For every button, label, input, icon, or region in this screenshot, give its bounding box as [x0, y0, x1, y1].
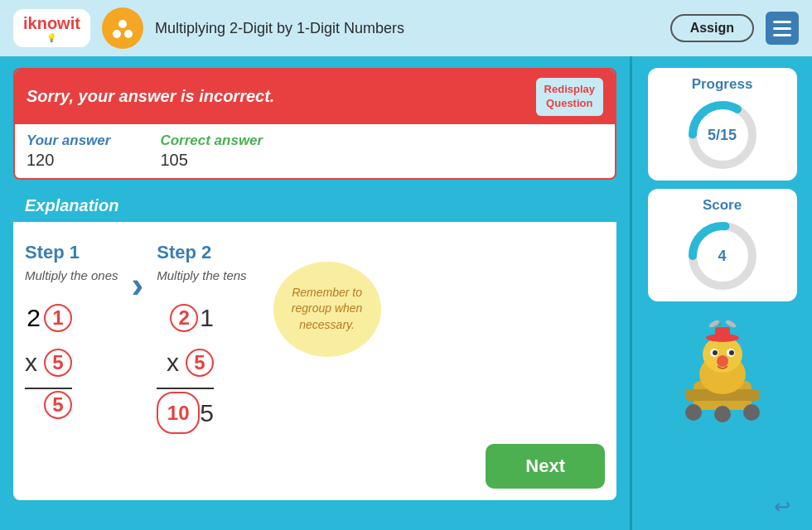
steps-area: Step 1 Multiply the ones 21 x5 5	[13, 222, 616, 500]
logo: iknowit 💡	[13, 9, 90, 47]
next-button[interactable]: Next	[486, 444, 605, 489]
steps-container: Step 1 Multiply the ones 21 x5 5	[25, 242, 605, 436]
progress-label: 5/15	[708, 127, 737, 144]
content-area: Sorry, your answer is incorrect. Redispl…	[0, 56, 630, 530]
step2-title: Step 2	[157, 242, 211, 263]
progress-donut: 5/15	[685, 98, 760, 172]
step1-subtitle: Multiply the ones	[25, 268, 118, 282]
sidebar: Progress 5/15 Score 4	[630, 56, 812, 530]
svg-point-1	[113, 30, 121, 38]
hamburger-line1	[773, 21, 791, 23]
mascot-area	[677, 315, 768, 426]
score-card: Score 4	[648, 189, 797, 301]
correct-answer-value: 105	[160, 151, 263, 170]
svg-rect-16	[718, 323, 722, 326]
step1-math: 21 x5 5	[25, 296, 72, 419]
step2-subtitle: Multiply the tens	[157, 268, 246, 282]
your-answer-label: Your answer	[27, 132, 110, 149]
your-answer-value: 120	[27, 151, 110, 170]
svg-point-10	[743, 404, 760, 421]
reminder-bubble: Remember to regroup when necessary.	[273, 262, 381, 357]
your-answer-col: Your answer 120	[27, 132, 110, 170]
hamburger-line2	[773, 27, 791, 30]
header: iknowit 💡 Multiplying 2-Digit by 1-Digit…	[0, 0, 812, 56]
step1-title: Step 1	[25, 242, 80, 263]
feedback-bar: Sorry, your answer is incorrect. Redispl…	[15, 70, 615, 124]
svg-point-21	[713, 350, 718, 355]
subject-icon	[102, 7, 143, 49]
logo-text: iknowit	[23, 14, 80, 32]
progress-title: Progress	[656, 76, 789, 93]
mascot-svg	[677, 315, 768, 422]
step2-math: 21 x5 105	[157, 296, 214, 436]
menu-button[interactable]	[766, 12, 799, 45]
svg-point-23	[717, 355, 728, 367]
incorrect-message: Sorry, your answer is incorrect.	[27, 87, 528, 106]
step1-block: Step 1 Multiply the ones 21 x5 5	[25, 242, 118, 419]
progress-card: Progress 5/15	[648, 68, 797, 181]
hamburger-line3	[773, 34, 791, 36]
svg-point-0	[118, 20, 127, 28]
step-arrow: ›	[132, 242, 144, 303]
svg-point-2	[124, 30, 133, 38]
assign-button[interactable]: Assign	[670, 14, 754, 42]
svg-rect-15	[715, 327, 730, 339]
svg-point-22	[729, 350, 734, 355]
correct-answer-col: Correct answer 105	[160, 132, 263, 170]
next-button-container: Next	[25, 444, 605, 489]
page-title: Multiplying 2-Digit by 1-Digit Numbers	[155, 20, 659, 37]
correct-answer-label: Correct answer	[160, 132, 263, 149]
answers-row: Your answer 120 Correct answer 105	[15, 124, 615, 178]
feedback-wrapper: Sorry, your answer is incorrect. Redispl…	[13, 68, 616, 180]
score-donut: 4	[685, 219, 760, 293]
score-title: Score	[656, 197, 789, 214]
score-label: 4	[718, 248, 726, 265]
svg-point-9	[685, 404, 702, 421]
main-layout: Sorry, your answer is incorrect. Redispl…	[0, 56, 812, 530]
step2-block: Step 2 Multiply the tens 21 x5 105	[157, 242, 246, 436]
explanation-title: Explanation	[13, 190, 616, 222]
svg-point-11	[714, 406, 731, 422]
redisplay-button[interactable]: RedisplayQuestion	[536, 78, 603, 116]
back-icon[interactable]: ↩	[774, 495, 790, 518]
